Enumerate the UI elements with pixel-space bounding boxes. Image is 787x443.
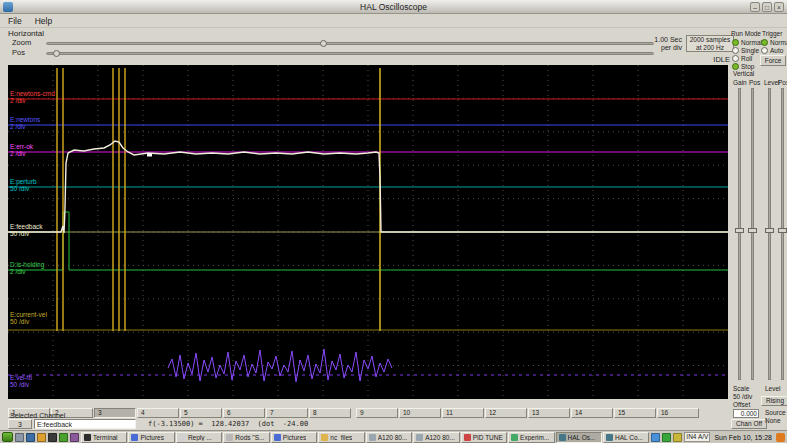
window-icon	[606, 434, 613, 441]
offset-value[interactable]: 0.000	[733, 409, 759, 418]
channel-scale: 2 /div	[10, 150, 33, 157]
show-desktop-icon[interactable]	[15, 433, 24, 442]
radio-auto[interactable]: Auto	[761, 46, 787, 54]
radio-label: Roll	[741, 55, 752, 62]
channel-tab-row: 12345678910111213141516	[8, 401, 700, 412]
network-icon[interactable]	[651, 433, 660, 442]
taskbar-window-3[interactable]: Rods "S...	[223, 432, 269, 443]
channel-tab-10[interactable]: 10	[399, 408, 441, 418]
trigger-level-slider[interactable]	[765, 88, 774, 380]
radio-single[interactable]: Single	[732, 46, 762, 54]
channel-tab-7[interactable]: 7	[266, 408, 308, 418]
radio-dot-icon	[761, 39, 768, 46]
channel-name: E:vel-fb	[10, 374, 32, 381]
screenshot-icon[interactable]	[70, 433, 79, 442]
radio-stop[interactable]: Stop	[732, 62, 762, 70]
taskbar-window-9[interactable]: Experim...	[508, 432, 554, 443]
close-icon[interactable]: ×	[774, 2, 784, 12]
channel-label-8: E:vel-fb50 /div	[10, 374, 32, 388]
taskbar-window-list: TerminalPicturesReply ...Rods "S...Pictu…	[81, 432, 649, 443]
scope-display[interactable]: E:newtons-cmd2 /divE:newtons2 /divE:err-…	[8, 65, 728, 399]
vertical-pos-slider[interactable]	[748, 88, 757, 380]
trigger-edge-button[interactable]: Rising	[761, 396, 787, 406]
selected-channel-name-entry[interactable]: E:feedback	[34, 419, 136, 429]
channel-tab-11[interactable]: 11	[442, 408, 484, 418]
taskbar-window-6[interactable]: A120 80...	[366, 432, 412, 443]
window-title: HAL Os...	[568, 434, 596, 441]
record-length-button[interactable]: 2000 samples at 200 Hz	[686, 35, 734, 52]
volume-icon[interactable]	[673, 433, 682, 442]
trigger-source-label[interactable]: Source	[765, 409, 786, 416]
taskbar-window-4[interactable]: Pictures	[271, 432, 317, 443]
horizontal-pos-slider[interactable]	[46, 52, 654, 55]
chan-off-button[interactable]: Chan Off	[731, 419, 767, 429]
channel-tab-5[interactable]: 5	[180, 408, 222, 418]
selected-channel-label: Selected Channel	[10, 412, 65, 419]
vertical-pos-groove	[751, 88, 754, 380]
channel-tab-12[interactable]: 12	[485, 408, 527, 418]
file-manager-icon[interactable]	[37, 433, 46, 442]
channel-tab-6[interactable]: 6	[223, 408, 265, 418]
gain-slider[interactable]	[735, 88, 744, 380]
channel-label-1: E:newtons-cmd2 /div	[10, 90, 55, 104]
zoom-slider[interactable]	[46, 42, 654, 45]
minimize-icon[interactable]: –	[750, 2, 760, 12]
channel-tab-13[interactable]: 13	[528, 408, 570, 418]
trigger-pos-slider[interactable]	[778, 88, 787, 380]
time-per-div: 1.00 Sec per div	[620, 36, 682, 52]
taskbar-window-8[interactable]: PID TUNE	[461, 432, 507, 443]
channel-tab-9[interactable]: 9	[356, 408, 398, 418]
run-mode-options: NormalSingleRollStop	[732, 38, 762, 70]
radio-normal[interactable]: Normal	[761, 38, 787, 46]
trigger-level-handle[interactable]	[765, 228, 774, 233]
taskbar-window-10[interactable]: HAL Os...	[556, 432, 602, 443]
alert-icon[interactable]	[776, 433, 785, 442]
titlebar[interactable]: HAL Oscilloscope – □ ×	[0, 0, 787, 14]
horizontal-pos-slider-handle[interactable]	[53, 50, 60, 57]
vertical-pos-handle[interactable]	[748, 228, 757, 233]
status-text: IDLE	[690, 55, 730, 64]
channel-tab-4[interactable]: 4	[137, 408, 179, 418]
selected-channel-number[interactable]: 3	[8, 419, 32, 429]
radio-normal[interactable]: Normal	[732, 38, 762, 46]
taskbar-window-1[interactable]: Pictures	[128, 432, 174, 443]
window-title: PID TUNE	[473, 434, 503, 441]
menu-file[interactable]: File	[8, 16, 22, 25]
window-title: Terminal	[93, 434, 118, 441]
channel-tab-3[interactable]: 3	[94, 408, 136, 418]
horizontal-pos-label: Pos	[12, 48, 25, 57]
menu-help[interactable]: Help	[35, 16, 52, 25]
radio-roll[interactable]: Roll	[732, 54, 762, 62]
text-editor-icon[interactable]	[59, 433, 68, 442]
taskbar-window-7[interactable]: A120 80...	[413, 432, 459, 443]
window-title: Pictures	[140, 434, 163, 441]
menu-button[interactable]	[2, 432, 13, 442]
maximize-icon[interactable]: □	[762, 2, 772, 12]
window-title: Experim...	[520, 434, 549, 441]
channel-tab-15[interactable]: 15	[614, 408, 656, 418]
zoom-slider-handle[interactable]	[320, 40, 327, 47]
channel-label-4: E:perturb50 /div	[10, 178, 37, 192]
trigger-pos-handle[interactable]	[778, 228, 787, 233]
scale-label: Scale	[733, 385, 749, 392]
taskbar-window-0[interactable]: Terminal	[81, 432, 127, 443]
taskbar-window-11[interactable]: HAL Co...	[603, 432, 649, 443]
channel-tab-8[interactable]: 8	[309, 408, 351, 418]
scale-value: 50 /div	[733, 393, 752, 400]
update-icon[interactable]	[662, 433, 671, 442]
taskbar-window-2[interactable]: Reply ...	[176, 432, 222, 443]
window-title: A120 80...	[378, 434, 408, 441]
window-icon	[416, 434, 423, 441]
clock[interactable]: Sun Feb 10, 15:28	[712, 434, 774, 441]
trigger-source-value[interactable]: None	[765, 417, 781, 424]
gain-slider-handle[interactable]	[735, 228, 744, 233]
input-indicator[interactable]: IN4 A/V	[684, 432, 710, 442]
browser-icon[interactable]	[26, 433, 35, 442]
terminal-icon[interactable]	[48, 433, 57, 442]
taskbar-window-5[interactable]: nc_files	[318, 432, 364, 443]
window-title: HAL Co...	[615, 434, 643, 441]
channel-tab-14[interactable]: 14	[571, 408, 613, 418]
channel-name: E:newtons	[10, 116, 40, 123]
channel-tab-16[interactable]: 16	[657, 408, 699, 418]
force-button[interactable]: Force	[760, 55, 786, 66]
